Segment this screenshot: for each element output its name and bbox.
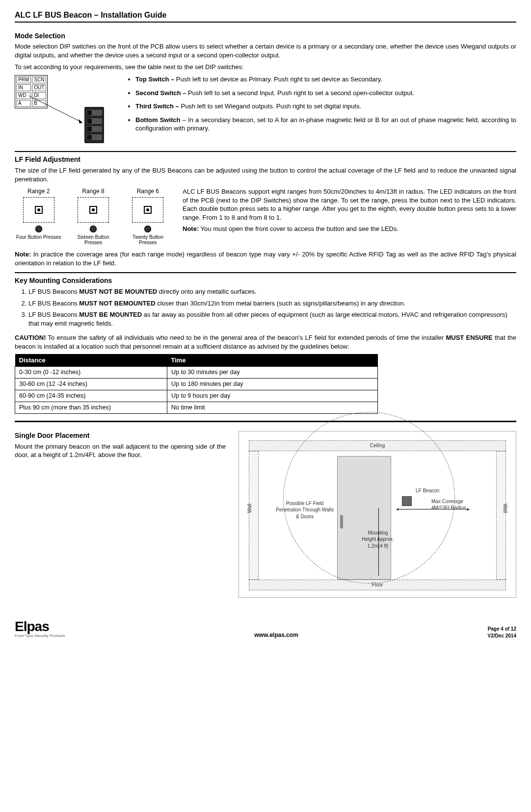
lf-note: Note: You must open the front cover to a… (183, 225, 516, 233)
switch-label: Second Switch – (135, 89, 188, 97)
logo-sub: From Tyco Security Products (15, 634, 65, 639)
table-row: 0-30 cm (0 -12 inches)Up to 30 minutes p… (15, 367, 378, 379)
section-lf: LF Field Adjustment The size of the LF f… (15, 155, 516, 267)
dip-diagram: PRMSCN INOUT WDDI AB (15, 75, 118, 146)
mount-post: directly onto any metallic surfaces. (157, 288, 256, 295)
heading-mount: Key Mounting Considerations (15, 276, 516, 285)
section-placement: Single Door Placement Mount the primary … (15, 431, 516, 598)
td: 60-90 cm (24-35 inches) (15, 390, 167, 402)
table-row: 30-60 cm (12 -24 inches)Up to 180 minute… (15, 378, 378, 390)
mount-list: LF BUS Beacons MUST NOT BE MOUNTED direc… (15, 287, 516, 328)
lf-p3: Note: In practice the coverage area (for… (15, 250, 516, 267)
heading-mode: Mode Selection (15, 31, 516, 41)
label-coverage: Max Coverage 4M/13Ft Radius (431, 498, 476, 511)
caution-pre: To ensure the safety of all individuals … (46, 334, 446, 341)
switch-text: Push left to set Wiegand outputs. Push r… (181, 102, 361, 110)
label-wall-left: Wall (246, 504, 253, 513)
caution-label: CAUTION! (15, 334, 46, 341)
mount-pre: LF BUS Beacons (28, 288, 79, 295)
label-penetration: Possible LF Field Penetration Through Wa… (275, 500, 334, 520)
range-presses: Four Button Presses (15, 234, 62, 240)
mode-p1: Mode selection DIP switches on the front… (15, 42, 516, 59)
distance-table: DistanceTime 0-30 cm (0 -12 inches)Up to… (15, 354, 378, 414)
lf-p1: The size of the LF field generated by an… (15, 166, 516, 183)
switch-item: Third Switch – Push left to set Wiegand … (135, 102, 516, 111)
mount-bold: MUST NOT BEMOUNTED (79, 300, 155, 307)
td: Up to 30 minutes per day (167, 367, 378, 379)
footer-right: Page 4 of 12 V2/Dec 2014 (488, 626, 516, 639)
footer-page: Page 4 of 12 (488, 626, 516, 633)
note-text: In practice the coverage area (for each … (15, 251, 516, 267)
note-text: You must open the front cover to access … (199, 225, 398, 232)
mode-p2: To set according to your requirements, s… (15, 63, 516, 72)
range-title: Range 8 (69, 187, 117, 195)
mount-post: closer than 30cm/12in from metal barrier… (156, 300, 405, 307)
dip-lbl: SCN (32, 76, 46, 83)
table-row: 60-90 cm (24-35 inches)Up to 9 hours per… (15, 390, 378, 402)
lf-p2: ALC LF BUS Beacons support eight ranges … (183, 187, 516, 222)
dip-switch-block (84, 107, 104, 143)
table-row: Plus 90 cm (more than 35 inches)No time … (15, 402, 378, 413)
mount-pre: LF BUS Beacons (28, 300, 79, 307)
range-diagram: Range 2Four Button Presses Range 8Sixtee… (15, 187, 172, 245)
dip-lbl: OUT (32, 84, 46, 91)
placement-diagram: Ceiling Wall Wall Floor LF Beacon Possib… (239, 431, 516, 598)
arrow-icon (28, 96, 87, 130)
switch-label: Top Switch – (135, 76, 176, 83)
svg-line-0 (28, 96, 82, 123)
section-mode: Mode Selection Mode selection DIP switch… (15, 31, 516, 147)
heading-lf: LF Field Adjustment (15, 155, 516, 164)
mount-item: LF BUS Beacons MUST NOT BE MOUNTED direc… (28, 287, 516, 296)
footer-url: www.elpas.com (254, 631, 298, 639)
dip-lbl: PRM (16, 76, 31, 83)
caution-paragraph: CAUTION! To ensure the safety of all ind… (15, 333, 516, 351)
switch-list: Top Switch – Push left to set device as … (127, 75, 516, 146)
page-title: ALC LF BUS Beacon – Installation Guide (15, 10, 516, 23)
mount-bold: MUST NOT BE MOUNTED (79, 288, 157, 295)
range-title: Range 2 (15, 187, 62, 195)
note-label: Note: (15, 251, 31, 258)
mount-pre: LF BUS Beacons (28, 311, 79, 318)
label-height: Mounting Height Approx. 1.2m(4 ft) (361, 530, 395, 550)
caution-bold: MUST ENSURE (446, 334, 492, 341)
footer-version: V2/Dec 2014 (488, 633, 516, 639)
mount-item: LF BUS Beacons MUST BE MOUNTED as far aw… (28, 310, 516, 328)
td: 0-30 cm (0 -12 inches) (15, 367, 167, 379)
switch-label: Third Switch – (135, 102, 181, 110)
footer: Elpas From Tyco Security Products www.el… (15, 617, 516, 639)
logo: Elpas (15, 617, 65, 636)
td: Plus 90 cm (more than 35 inches) (15, 402, 167, 413)
td: Up to 9 hours per day (167, 390, 378, 402)
note-label: Note: (183, 225, 199, 232)
switch-item: Second Switch – Push left to set a secon… (135, 89, 516, 98)
td: 30-60 cm (12 -24 inches) (15, 378, 167, 390)
section-mount: Key Mounting Considerations LF BUS Beaco… (15, 276, 516, 413)
switch-text: Push left to set a second Input. Push ri… (188, 89, 414, 97)
dip-lbl: IN (16, 84, 31, 91)
heading-placement: Single Door Placement (15, 431, 226, 440)
mount-item: LF BUS Beacons MUST NOT BEMOUNTED closer… (28, 299, 516, 308)
td: Up to 180 minutes per day (167, 378, 378, 390)
footer-left: Elpas From Tyco Security Products (15, 617, 65, 639)
range-presses: Sixteen Button Presses (69, 234, 117, 245)
th-time: Time (167, 354, 378, 367)
range-title: Range 6 (124, 187, 172, 195)
switch-label: Bottom Switch (135, 116, 183, 124)
td: No time limit (167, 402, 378, 413)
range-presses: Twenty Button Presses (124, 234, 172, 245)
switch-text: Push left to set device as Primary. Push… (176, 76, 382, 83)
svg-marker-1 (79, 119, 82, 124)
placement-text: Mount the primary beacon on the wall adj… (15, 442, 226, 459)
switch-item: Top Switch – Push left to set device as … (135, 75, 516, 84)
th-distance: Distance (15, 354, 167, 367)
switch-item: Bottom Switch – In a secondary beacon, s… (135, 116, 516, 133)
switch-text: – In a secondary beacon, set to A for an… (135, 116, 516, 132)
label-wall-right: Wall (502, 504, 509, 513)
mount-bold: MUST BE MOUNTED (79, 311, 142, 318)
